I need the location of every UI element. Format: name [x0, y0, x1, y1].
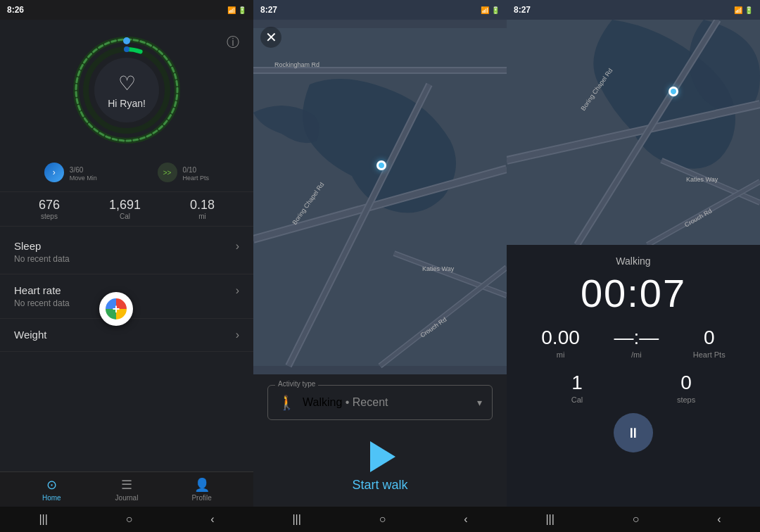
close-button[interactable]: ✕	[260, 27, 281, 48]
pace-value: —:—	[614, 327, 659, 349]
activity-type-label: Activity type	[275, 380, 318, 388]
sleep-title: Sleep	[14, 240, 70, 252]
workout-map-bg: Boring Chapel Rd Katies Way Crouch Rd	[507, 20, 760, 245]
walking-icon: 🚶	[278, 394, 296, 411]
recent-apps-icon-2[interactable]: |||	[292, 513, 300, 526]
workout-map: Boring Chapel Rd Katies Way Crouch Rd	[507, 20, 760, 245]
recent-apps-icon-3[interactable]: |||	[545, 513, 554, 526]
android-nav-2: ||| ○ ‹	[253, 507, 507, 532]
back-icon[interactable]: ‹	[210, 513, 214, 526]
pause-button[interactable]: ⏸	[614, 413, 653, 452]
activity-ring-section: ♡ Hi Ryan! ⓘ	[0, 20, 253, 153]
screen-active-workout: 8:27 📶 🔋	[507, 0, 760, 532]
heart-pts-stat-workout: 0 Heart Pts	[693, 327, 726, 359]
battery-icon-2: 🔋	[491, 6, 500, 14]
move-min-metric[interactable]: › 3/60 Move Min	[44, 163, 97, 182]
status-bar-2: 8:27 📶 🔋	[253, 0, 507, 20]
activity-ring: ♡ Hi Ryan!	[70, 34, 183, 146]
close-icon: ✕	[265, 29, 277, 46]
heart-rate-sub: No recent data	[14, 298, 70, 308]
signal-icon: 📶	[227, 6, 236, 14]
signal-icon-3: 📶	[734, 6, 742, 14]
activity-panel: Activity type 🚶 Walking • Recent ▾ Start…	[253, 374, 507, 507]
ring-center: ♡ Hi Ryan!	[108, 72, 146, 109]
move-min-total: 60	[75, 166, 83, 174]
svg-point-5	[123, 37, 130, 44]
signal-icon-2: 📶	[481, 6, 489, 14]
pause-icon: ⏸	[626, 425, 640, 441]
heart-pts-metric[interactable]: >> 0/10 Heart Pts	[158, 163, 210, 182]
status-bar-3: 8:27 📶 🔋	[507, 0, 760, 20]
map-background: Rockingham Rd Boring Chapel Rd Katies Wa…	[253, 20, 507, 374]
weight-title: Weight	[14, 329, 46, 341]
screen-activity-select: 8:27 📶 🔋	[253, 0, 507, 532]
status-time-1: 8:26	[7, 5, 24, 15]
metrics-row: › 3/60 Move Min >> 0/10 Heart Pts	[0, 157, 253, 188]
home-circle-icon-3[interactable]: ○	[633, 513, 640, 526]
android-nav-3: ||| ○ ‹	[507, 507, 760, 532]
daily-stats-row: 676 steps 1,691 Cal 0.18 mi	[0, 191, 253, 227]
svg-text:Katies Way: Katies Way	[422, 265, 455, 272]
status-bar-1: 8:26 📶 🔋	[0, 0, 253, 20]
journal-icon: ☰	[121, 477, 132, 493]
workout-location-dot	[669, 87, 678, 96]
sleep-chevron: ›	[236, 240, 239, 253]
location-indicator	[376, 160, 386, 170]
map-svg: Rockingham Rd Boring Chapel Rd Katies Wa…	[253, 20, 507, 374]
home-icon: ⊙	[46, 477, 57, 493]
home-content: ♡ Hi Ryan! ⓘ › 3/60 Move Min	[0, 20, 253, 471]
steps-label-workout: steps	[677, 395, 695, 404]
heart-pts-value-workout: 0	[693, 327, 726, 349]
heart-rate-title: Heart rate	[14, 284, 70, 296]
sleep-sub: No recent data	[14, 254, 70, 264]
nav-home[interactable]: ⊙ Home	[30, 477, 72, 502]
back-icon-3[interactable]: ‹	[717, 513, 721, 526]
back-icon-2[interactable]: ‹	[464, 513, 467, 526]
steps-value: 676	[39, 198, 60, 213]
steps-value-workout: 0	[677, 372, 695, 394]
play-icon	[370, 441, 395, 472]
workout-map-svg: Boring Chapel Rd Katies Way Crouch Rd	[507, 20, 760, 245]
heart-pts-total: 10	[189, 166, 196, 174]
heart-pts-label-workout: Heart Pts	[693, 350, 726, 359]
nav-journal[interactable]: ☰ Journal	[106, 477, 148, 502]
fab-add-button[interactable]: +	[99, 292, 133, 326]
heart-icon: ♡	[118, 72, 136, 95]
cal-stat: 1,691 Cal	[109, 198, 141, 220]
workout-stats-panel: Walking 00:07 0.00 mi —:— /mi 0 Heart Pt…	[507, 245, 760, 507]
info-button[interactable]: ⓘ	[227, 34, 239, 51]
workout-activity-label: Walking	[524, 255, 742, 267]
move-icon: ›	[44, 163, 64, 182]
battery-icon-3: 🔋	[745, 6, 753, 14]
distance-label-workout: mi	[541, 350, 580, 359]
home-circle-icon-2[interactable]: ○	[379, 513, 386, 526]
weight-section[interactable]: Weight ›	[0, 319, 253, 352]
start-label: Start walk	[352, 478, 407, 493]
heart-pts-label: Heart Pts	[183, 175, 210, 182]
sleep-section[interactable]: Sleep No recent data ›	[0, 230, 253, 274]
fab-plus-icon: +	[106, 298, 127, 319]
nav-profile[interactable]: 👤 Profile	[181, 477, 223, 502]
activity-type-selector[interactable]: Activity type 🚶 Walking • Recent ▾	[267, 385, 493, 420]
steps-label: steps	[39, 213, 60, 220]
nav-journal-label: Journal	[115, 494, 139, 502]
info-icon: ⓘ	[227, 35, 239, 49]
cal-stat-workout: 1 Cal	[571, 372, 583, 404]
pace-stat: —:— /mi	[614, 327, 659, 359]
distance-value-workout: 0.00	[541, 327, 580, 349]
distance-label: mi	[190, 213, 215, 220]
steps-stat: 676 steps	[39, 198, 60, 220]
home-circle-icon[interactable]: ○	[126, 513, 133, 526]
distance-stat-workout: 0.00 mi	[541, 327, 580, 359]
screen-fitness-home: 8:26 📶 🔋	[0, 0, 253, 532]
distance-value: 0.18	[190, 198, 215, 213]
recent-apps-icon[interactable]: |||	[39, 513, 47, 526]
cal-value: 1,691	[109, 198, 141, 213]
start-walk-button[interactable]: Start walk	[267, 434, 493, 496]
status-time-3: 8:27	[514, 5, 531, 15]
cal-value-workout: 1	[571, 372, 583, 394]
bottom-nav: ⊙ Home ☰ Journal 👤 Profile	[0, 471, 253, 507]
status-icons-3: 📶 🔋	[734, 6, 753, 14]
heart-chevron: ›	[236, 284, 239, 297]
heart-pts-icon: >>	[158, 163, 177, 182]
